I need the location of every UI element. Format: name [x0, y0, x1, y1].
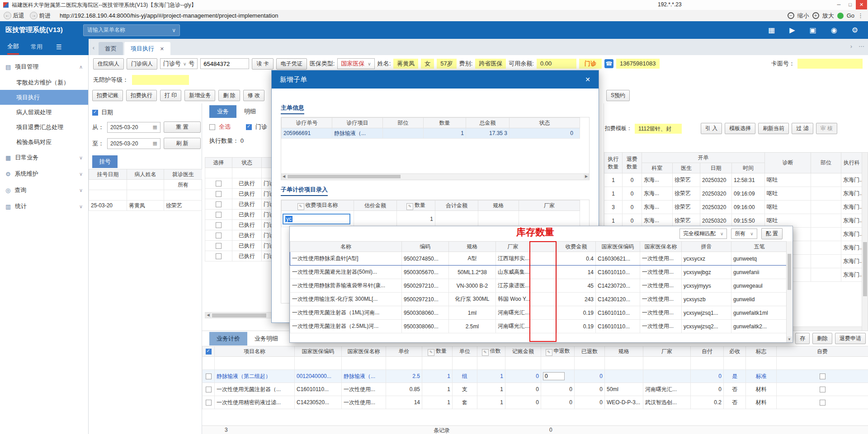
filter-cell[interactable] [127, 180, 164, 190]
tabs-scroll-left-icon[interactable]: ‹ [89, 41, 99, 55]
refresh-current-button[interactable]: 刷新当前 [758, 123, 789, 134]
sidebar-item-patient-observation[interactable]: 病人留观处理 [0, 105, 88, 120]
filter-button[interactable]: 过 滤 [792, 123, 813, 134]
reset-button[interactable]: 重 置 [164, 121, 201, 133]
date-filter-checkbox[interactable] [92, 110, 98, 116]
add-business-button[interactable]: 新增业务 [184, 90, 215, 101]
sidebar-group-system-maintenance[interactable]: ⚙ 系统维护 ∨ [0, 166, 88, 182]
scroll-down-icon[interactable]: ▼ [787, 336, 792, 342]
menu-search-input[interactable]: 请输入菜单名称 ∨ [83, 24, 180, 36]
suborder-entry-row[interactable]: yc 1 [282, 211, 580, 227]
execution-vscrollbar[interactable] [862, 152, 868, 333]
template-select-button[interactable]: 模板选择 [725, 123, 755, 134]
sidebar-item-project-implementation[interactable]: 项目执行 [0, 90, 88, 105]
date-from-input[interactable]: 2025-03-20 ▦ [107, 122, 160, 133]
card-no-input[interactable] [797, 59, 863, 69]
sidebar-group-query[interactable]: ◎ 查询 ∨ [0, 182, 88, 198]
pricing-row[interactable]: 一次性使用精密药液过滤... C14230520... 一次性使用... 14 … [203, 396, 868, 409]
row-checkbox[interactable] [206, 400, 212, 406]
main-order-hscrollbar[interactable]: ◀ ▶ [281, 173, 589, 180]
execution-row[interactable]: 10东海...徐荣艺2025032009:16:09呕吐东海门... [604, 187, 863, 201]
row-checkbox[interactable] [216, 212, 222, 218]
reservation-button[interactable]: S预约 [606, 90, 630, 101]
modal-close-icon[interactable]: ✕ [585, 76, 590, 83]
back-icon[interactable]: ← [4, 12, 11, 19]
row-checkbox[interactable] [216, 222, 222, 228]
cell-item-name[interactable]: 一次性使用精密药液过滤... [215, 396, 295, 409]
pricing-row[interactable]: 静脉输液（第二组起） 0012040000... 静脉输液（... 2.5 1 … [203, 370, 868, 383]
scroll-thumb[interactable] [863, 242, 867, 296]
cell[interactable]: 1 [477, 383, 505, 396]
launch-icon[interactable]: ▶ [789, 26, 795, 34]
audit-button[interactable]: 审 核 [816, 123, 837, 134]
zoom-in-icon[interactable]: + [812, 12, 819, 19]
visit-no-input[interactable] [200, 58, 249, 69]
maximize-button[interactable]: □ [844, 0, 856, 9]
tab-business[interactable]: 业务 [209, 105, 236, 118]
self-fee-checkbox[interactable] [820, 387, 826, 392]
charge-template-value[interactable]: 1112留针、封 [635, 124, 682, 134]
modify-button[interactable]: 修 改 [243, 90, 264, 101]
doctor-filter-select[interactable]: 所有 [164, 180, 203, 190]
configure-button[interactable]: 配 置 [761, 228, 783, 239]
browser-menu-icon[interactable]: ⋮ [858, 12, 863, 19]
execution-row[interactable]: 10东海...徐荣艺2025032009:15:50呕吐东海门... [604, 214, 863, 228]
save-button[interactable]: 存 [795, 333, 810, 344]
charge-execute-button[interactable]: 扣费执行 [126, 90, 157, 101]
forward-icon[interactable]: → [30, 12, 38, 19]
windows-icon[interactable]: ▣ [810, 26, 816, 34]
select-all-checkbox[interactable] [209, 124, 215, 130]
cell-item-name[interactable]: 一次性使用无菌注射器（... [215, 383, 295, 396]
tab-project-implementation[interactable]: 项目执行 ✕ [124, 42, 170, 55]
sidebar-item-refund-summary[interactable]: 项目退费汇总处理 [0, 120, 88, 135]
forward-button[interactable]: 前进 [39, 12, 51, 20]
row-checkbox[interactable] [206, 387, 212, 392]
settings-icon[interactable]: ⚙ [852, 26, 858, 34]
registration-tab[interactable]: 挂号 [92, 155, 118, 168]
print-button[interactable]: 打 印 [160, 90, 181, 101]
delete-item-button[interactable]: 删除 [812, 333, 832, 344]
zoom-out-icon[interactable]: − [788, 12, 794, 19]
insurance-type-select[interactable]: 国家医保 ∨ [337, 58, 374, 69]
registration-row[interactable]: 25-03-20 蒋黄凤 徐荣艺 [89, 201, 203, 211]
visit-no-type-select[interactable]: 门诊号 ∨ 号 [160, 58, 198, 69]
back-button[interactable]: 后退 [13, 12, 24, 20]
go-label[interactable]: Go [847, 12, 854, 19]
scroll-thumb[interactable] [788, 254, 791, 290]
sidebar-item-barcode-mapping[interactable]: 检验条码对应 [0, 135, 88, 149]
refresh-button[interactable]: 刷 新 [164, 138, 201, 149]
cell-item-name[interactable]: 静脉输液（第二组起） [215, 370, 295, 383]
tab-business-pricing[interactable]: 业务计价 [209, 332, 247, 345]
scope-select[interactable]: 所有 ∨ [731, 229, 757, 239]
self-fee-checkbox[interactable] [820, 373, 826, 379]
charge-item-search-input[interactable]: yc [283, 214, 350, 224]
row-checkbox[interactable] [216, 243, 222, 249]
hamburger-icon[interactable]: ☰ [56, 43, 62, 51]
address-bar[interactable]: http://192.168.190.44:8000/his-yj/app/#/… [60, 12, 278, 19]
tab-business-detail[interactable]: 业务明细 [247, 332, 285, 345]
tab-close-icon[interactable]: ✕ [160, 46, 164, 51]
row-checkbox[interactable] [216, 191, 222, 197]
self-fee-checkbox[interactable] [820, 400, 826, 406]
row-checkbox[interactable] [216, 233, 222, 238]
pricing-row[interactable]: 一次性使用无菌注射器（... C16010110... 一次性使用... 0.8… [203, 383, 868, 396]
date-to-input[interactable]: 2025-03-20 ▦ [107, 138, 160, 149]
cell[interactable]: 0 [541, 396, 575, 409]
cell-qty[interactable]: 1 [397, 211, 435, 227]
tab-detail[interactable]: 明细 [236, 105, 264, 118]
cell[interactable]: 0 [541, 383, 575, 396]
cell[interactable]: 1 [422, 383, 453, 396]
tab-home[interactable]: 首页 [99, 42, 123, 55]
row-checkbox[interactable] [216, 201, 222, 207]
scroll-right-icon[interactable]: ▶ [584, 174, 589, 179]
cell[interactable]: 1 [422, 370, 453, 383]
sidebar-group-statistics[interactable]: ▥ 统计 ∨ [0, 198, 88, 215]
cell[interactable]: 1 [422, 396, 453, 409]
row-checkbox[interactable] [216, 253, 222, 259]
refund-request-button[interactable]: 退费申请 [835, 333, 866, 344]
read-card-button[interactable]: 读 卡 [252, 58, 273, 70]
close-button[interactable]: ✕ [856, 0, 867, 9]
registration-filter-row[interactable]: 所有 [89, 180, 203, 190]
tabs-more-icon[interactable]: ⋯ [859, 43, 864, 50]
refund-apply-input[interactable] [543, 372, 565, 380]
